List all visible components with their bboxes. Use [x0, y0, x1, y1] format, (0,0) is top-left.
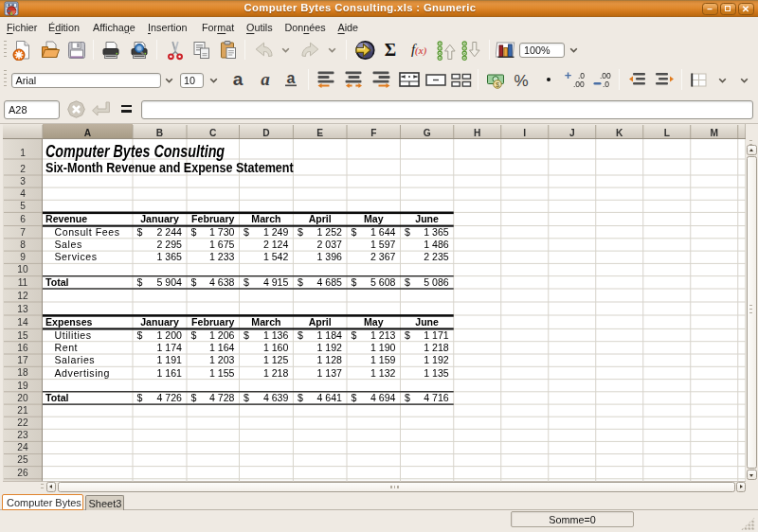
svg-text:1 132: 1 132	[370, 367, 396, 379]
svg-text:C: C	[209, 128, 217, 138]
svg-text:May: May	[364, 213, 384, 224]
svg-text:Computer Bytes Consulting: Computer Bytes Consulting	[45, 141, 225, 160]
svg-text:1 218: 1 218	[424, 342, 449, 353]
svg-text:$: $	[244, 392, 249, 403]
svg-text:.0: .0	[578, 71, 585, 80]
svg-text:Σ: Σ	[385, 40, 396, 60]
svg-text:4 638: 4 638	[209, 276, 235, 288]
svg-text:4 694: 4 694	[370, 392, 396, 403]
svg-text:March: March	[251, 316, 280, 328]
svg-text:$: $	[244, 329, 249, 341]
svg-text:2 295: 2 295	[156, 239, 182, 250]
svg-text:.00: .00	[573, 80, 585, 89]
svg-text:Total: Total	[45, 392, 69, 403]
svg-text:$: $	[298, 276, 303, 288]
svg-text:Utilities: Utilities	[55, 329, 92, 341]
svg-text:1 486: 1 486	[424, 239, 449, 250]
svg-text:$: $	[352, 276, 357, 288]
svg-text:2 037: 2 037	[316, 239, 342, 250]
svg-text:$: $	[137, 392, 143, 403]
svg-text:Expenses: Expenses	[45, 316, 93, 328]
svg-text:1 190: 1 190	[370, 342, 396, 353]
svg-text:15: 15	[17, 330, 28, 341]
svg-text:2: 2	[20, 164, 26, 174]
svg-text:1 213: 1 213	[370, 329, 396, 341]
svg-text:$: $	[191, 276, 197, 288]
svg-text:3: 3	[20, 176, 26, 186]
svg-text:1 218: 1 218	[263, 367, 289, 379]
svg-text:1 164: 1 164	[209, 342, 235, 353]
svg-text:D: D	[262, 128, 269, 138]
svg-text:1 730: 1 730	[209, 226, 235, 238]
svg-text:June: June	[415, 316, 439, 328]
svg-text:May: May	[364, 316, 384, 328]
svg-text:19: 19	[17, 381, 28, 391]
svg-text:1 396: 1 396	[316, 251, 342, 262]
svg-text:Six-Month Revenue and Expense: Six-Month Revenue and Expense Statement	[45, 160, 294, 175]
svg-text:$: $	[298, 392, 303, 403]
svg-text:1 161: 1 161	[156, 367, 182, 379]
svg-text:L: L	[664, 128, 670, 138]
svg-text:Consult Fees: Consult Fees	[55, 226, 120, 238]
svg-text:a: a	[233, 69, 244, 89]
svg-text:5 608: 5 608	[370, 276, 396, 288]
svg-text:.00: .00	[600, 71, 611, 80]
svg-text:21: 21	[17, 405, 28, 416]
svg-text:A: A	[84, 128, 92, 138]
svg-text:1 597: 1 597	[370, 239, 396, 250]
svg-text:6: 6	[20, 214, 26, 224]
svg-text:$: $	[405, 329, 410, 341]
svg-text:$: $	[298, 226, 303, 238]
svg-text:5: 5	[20, 201, 26, 211]
svg-text:1 171: 1 171	[424, 329, 449, 341]
svg-text:24: 24	[17, 442, 28, 452]
svg-text:Rent: Rent	[55, 342, 79, 353]
svg-text:9: 9	[20, 252, 26, 262]
svg-text:E: E	[316, 128, 323, 138]
svg-text:1 159: 1 159	[370, 354, 396, 365]
svg-text:1 125: 1 125	[263, 354, 289, 365]
svg-text:I: I	[523, 128, 526, 138]
svg-text:1 174: 1 174	[156, 342, 182, 353]
svg-text:Services: Services	[55, 251, 98, 262]
svg-text:a: a	[261, 69, 270, 89]
svg-text:1: 1	[20, 148, 26, 158]
svg-text:.0: .0	[603, 80, 609, 89]
svg-text:2 244: 2 244	[156, 226, 182, 238]
svg-text:18: 18	[17, 367, 28, 378]
svg-text:26: 26	[17, 468, 28, 478]
svg-text:1 365: 1 365	[156, 251, 182, 262]
svg-text:Sales: Sales	[55, 239, 82, 250]
svg-text:4 639: 4 639	[263, 392, 289, 403]
svg-text:F: F	[370, 128, 376, 138]
svg-text:1 206: 1 206	[209, 329, 235, 341]
svg-text:1 644: 1 644	[370, 226, 396, 238]
svg-text:1 249: 1 249	[263, 226, 289, 238]
svg-text:$: $	[191, 226, 197, 238]
svg-text:1 135: 1 135	[424, 367, 449, 379]
svg-text:M: M	[711, 128, 719, 138]
svg-text:1 200: 1 200	[156, 329, 182, 341]
svg-text:June: June	[415, 213, 439, 224]
svg-text:1 542: 1 542	[263, 251, 289, 262]
svg-text:1 128: 1 128	[316, 354, 342, 365]
svg-text:Advertising: Advertising	[55, 367, 110, 379]
svg-text:1 160: 1 160	[263, 342, 289, 353]
svg-text:2 235: 2 235	[424, 251, 449, 262]
svg-text:%: %	[514, 72, 528, 90]
svg-text:1 136: 1 136	[263, 329, 289, 341]
svg-text:Salaries: Salaries	[55, 354, 96, 365]
svg-text:23: 23	[17, 430, 28, 440]
svg-text:5 086: 5 086	[424, 276, 449, 288]
svg-text:1 365: 1 365	[424, 226, 449, 238]
svg-text:a: a	[287, 70, 296, 86]
svg-text:March: March	[251, 213, 280, 224]
svg-text:14: 14	[17, 317, 28, 328]
svg-text:$: $	[298, 329, 303, 341]
svg-text:16: 16	[17, 343, 28, 353]
svg-text:1 155: 1 155	[209, 367, 235, 379]
svg-text:12: 12	[17, 291, 28, 301]
svg-text:1 137: 1 137	[316, 367, 342, 379]
svg-text:5 904: 5 904	[156, 276, 182, 288]
svg-text:1 192: 1 192	[424, 354, 449, 365]
